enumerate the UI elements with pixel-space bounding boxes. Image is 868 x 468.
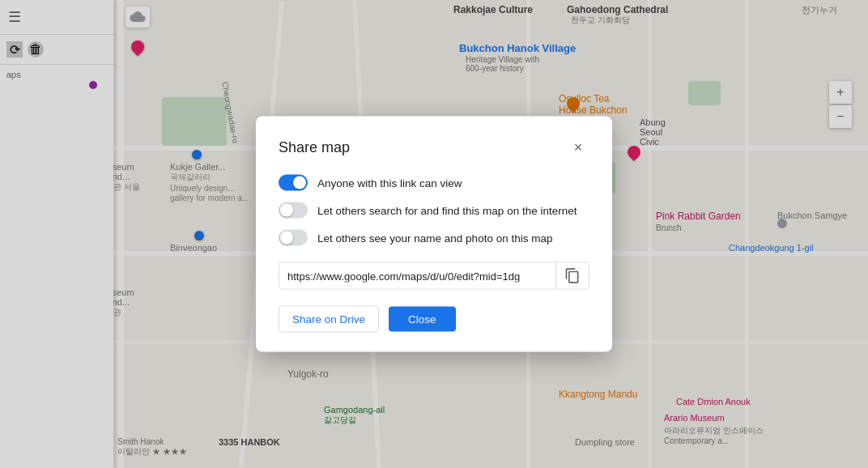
toggle-label-search: Let others search for and find this map …: [317, 204, 577, 216]
toggle-row-search: Let others search for and find this map …: [279, 202, 589, 219]
toggle-thumb-view: [293, 177, 306, 189]
url-row: [279, 262, 589, 290]
close-button[interactable]: Close: [389, 307, 456, 332]
toggle-search[interactable]: [279, 202, 308, 219]
toggle-thumb-name: [280, 232, 293, 245]
copy-icon: [564, 268, 581, 284]
toggle-label-name: Let others see your name and photo on th…: [317, 232, 552, 244]
url-input[interactable]: [279, 263, 555, 288]
toggle-row-name: Let others see your name and photo on th…: [279, 230, 589, 246]
modal-title: Share map: [279, 138, 350, 155]
toggle-label-view: Anyone with this link can view: [317, 177, 462, 189]
share-on-drive-button[interactable]: Share on Drive: [279, 306, 379, 333]
action-row: Share on Drive Close: [279, 306, 589, 333]
toggle-thumb-search: [280, 204, 293, 217]
toggle-track-view: [279, 175, 308, 191]
modal-header: Share map ×: [279, 136, 589, 159]
copy-link-button[interactable]: [555, 263, 589, 289]
toggle-track-search: [279, 202, 308, 219]
toggle-track-name: [279, 230, 308, 246]
modal-close-button[interactable]: ×: [567, 136, 589, 159]
toggle-view[interactable]: [279, 175, 308, 191]
share-map-modal: Share map × Anyone with this link can vi…: [256, 117, 612, 352]
toggle-name[interactable]: [279, 230, 308, 246]
toggle-row-view: Anyone with this link can view: [279, 175, 589, 191]
toggle-options: Anyone with this link can view Let other…: [279, 175, 589, 246]
